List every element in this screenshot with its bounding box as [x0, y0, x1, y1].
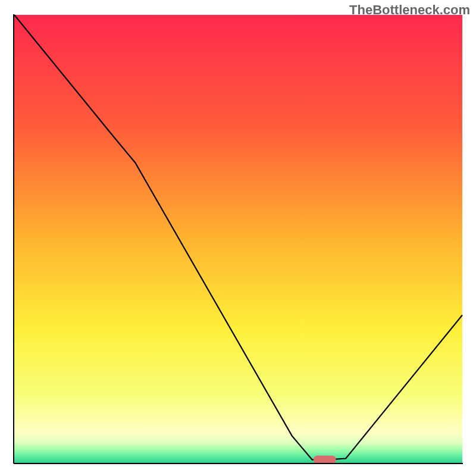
chart-svg	[0, 0, 476, 476]
plot-background	[14, 15, 462, 463]
minimum-marker	[314, 456, 336, 464]
watermark-text: TheBottleneck.com	[349, 2, 470, 18]
chart-container: TheBottleneck.com	[0, 0, 476, 476]
